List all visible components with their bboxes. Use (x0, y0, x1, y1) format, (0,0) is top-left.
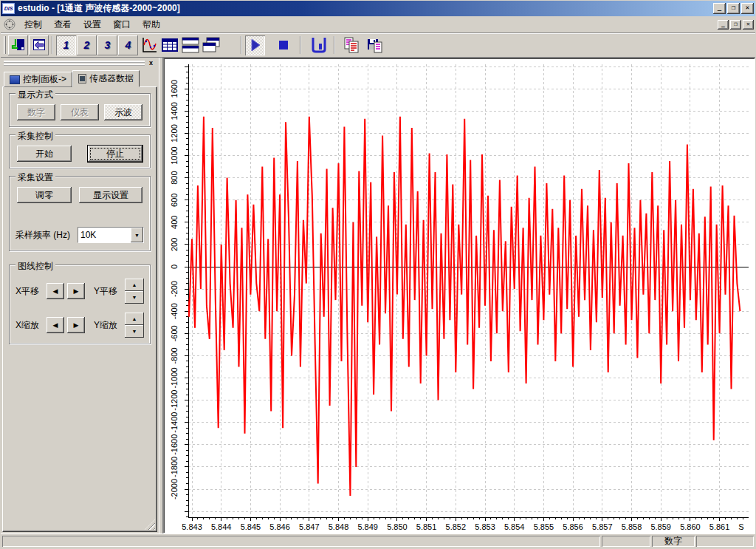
y-zoom-out-button[interactable]: ▼ (125, 325, 144, 338)
svg-text:5.847: 5.847 (299, 522, 320, 531)
tile-horizontal-button[interactable] (180, 35, 200, 55)
svg-text:1400: 1400 (170, 102, 179, 120)
tab-control-panel-label: 控制面板-> (23, 73, 66, 86)
tile-horizontal-icon (181, 36, 200, 54)
show-panel-icon (10, 37, 27, 53)
y-zoom-in-button[interactable]: ▲ (125, 313, 144, 325)
toolbar-separator (52, 36, 53, 54)
scope-mode-button[interactable]: 示波 (104, 104, 142, 120)
cascade-windows-icon (202, 36, 221, 54)
hide-panel-icon (31, 37, 47, 53)
channel-1-button[interactable]: 1 (56, 35, 76, 55)
svg-text:-2000: -2000 (170, 479, 179, 499)
control-dock-panel: x 控制面板-> 传感器数据 显示方式 数字 仪表 示 (1, 58, 159, 533)
x-zoom-in-button[interactable]: ▶ (67, 317, 85, 333)
y-pan-up-button[interactable]: ▲ (125, 279, 144, 291)
chart-area[interactable]: 16001400120010008006004002000-200-400-60… (163, 58, 755, 533)
x-zoom-label: X缩放 (16, 319, 47, 332)
channel-1-label: 1 (63, 39, 69, 51)
svg-text:0: 0 (170, 265, 179, 269)
start-acquisition-button[interactable] (245, 35, 265, 55)
stop-button[interactable]: 停止 (88, 146, 142, 162)
waveform-chart[interactable]: 16001400120010008006004002000-200-400-60… (164, 58, 755, 533)
menu-settings[interactable]: 设置 (78, 16, 107, 33)
child-close-button[interactable]: ✕ (743, 20, 754, 30)
group-acquisition-control-title: 采集控制 (16, 130, 55, 143)
group-acquisition-settings: 采集设置 调零 显示设置 采样频率 (Hz) 10K ▼ (9, 176, 151, 251)
app-icon[interactable]: DIS (2, 3, 15, 14)
hide-panel-button[interactable] (29, 35, 49, 55)
play-icon (248, 38, 263, 52)
start-button[interactable]: 开始 (17, 146, 72, 162)
svg-text:1200: 1200 (170, 124, 179, 142)
svg-text:5.849: 5.849 (357, 522, 378, 531)
waveform-icon (140, 36, 158, 54)
mdi-child-workspace: x 控制面板-> 传感器数据 显示方式 数字 仪表 示 (1, 58, 755, 533)
show-panel-button[interactable] (8, 35, 28, 55)
status-mode-pane: 数字 (652, 536, 695, 547)
svg-text:-600: -600 (170, 325, 179, 341)
child-window-icon[interactable] (4, 18, 16, 30)
channel-2-button[interactable]: 2 (77, 35, 97, 55)
sample-rate-select[interactable]: 10K ▼ (78, 227, 144, 243)
table-view-button[interactable] (159, 35, 179, 55)
record-button[interactable] (309, 35, 329, 55)
sample-rate-label: 采样频率 (Hz) (16, 229, 70, 242)
channel-3-label: 3 (105, 39, 111, 51)
menu-help[interactable]: 帮助 (137, 16, 166, 33)
dock-tabs: 控制面板-> 传感器数据 (2, 68, 157, 87)
panel-resize-grip[interactable] (145, 519, 155, 530)
group-curve-control: 图线控制 X平移 ◀ ▶ Y平移 ▲ ▼ X缩放 ◀ ▶ (9, 265, 151, 344)
tab-sensor-data[interactable]: 传感器数据 (72, 70, 140, 87)
stop-acquisition-button[interactable] (273, 35, 293, 55)
svg-text:5.859: 5.859 (650, 522, 671, 531)
copy-data-button[interactable] (341, 35, 361, 55)
zero-adjust-button[interactable]: 调零 (17, 187, 72, 203)
svg-text:400: 400 (170, 216, 179, 229)
x-pan-left-button[interactable]: ◀ (47, 283, 64, 299)
y-zoom-label: Y缩放 (94, 319, 125, 332)
status-main-pane (2, 536, 600, 547)
svg-text:5.857: 5.857 (592, 522, 613, 531)
menu-window[interactable]: 窗口 (107, 16, 137, 33)
svg-text:S: S (738, 522, 743, 531)
channel-4-button[interactable]: 4 (118, 35, 138, 55)
dock-drag-grip[interactable] (4, 61, 145, 66)
cascade-windows-button[interactable] (201, 35, 221, 55)
status-bar: 数字 (1, 533, 755, 548)
svg-text:-1200: -1200 (170, 390, 179, 411)
sample-rate-value: 10K (78, 228, 131, 242)
svg-text:600: 600 (170, 194, 179, 207)
restore-button[interactable]: ❐ (727, 3, 740, 14)
menu-view[interactable]: 查看 (48, 16, 78, 33)
child-restore-button[interactable]: ❐ (730, 20, 741, 30)
stop-icon (278, 39, 289, 51)
dock-close-icon[interactable]: x (146, 58, 156, 68)
toolbar-grip[interactable] (4, 36, 6, 54)
x-zoom-out-button[interactable]: ◀ (47, 317, 64, 333)
child-minimize-button[interactable]: _ (718, 20, 729, 30)
svg-text:-1400: -1400 (170, 412, 179, 433)
meter-mode-button: 仪表 (61, 104, 99, 120)
window-title: estudio - [1通道 声波传感器-2000~2000] (18, 2, 713, 15)
tab-control-panel[interactable]: 控制面板-> (4, 72, 72, 87)
svg-text:200: 200 (170, 238, 179, 251)
minimize-button[interactable]: _ (713, 3, 726, 14)
channel-3-button[interactable]: 3 (97, 35, 117, 55)
display-settings-button[interactable]: 显示设置 (79, 187, 142, 203)
svg-text:5.845: 5.845 (241, 522, 261, 531)
svg-text:5.850: 5.850 (387, 522, 408, 531)
svg-text:5.853: 5.853 (475, 522, 495, 531)
control-panel-icon (10, 75, 20, 84)
save-data-button[interactable] (365, 35, 385, 55)
x-pan-right-button[interactable]: ▶ (67, 283, 85, 299)
menu-control[interactable]: 控制 (18, 16, 48, 33)
x-pan-label: X平移 (16, 285, 47, 298)
waveform-view-button[interactable] (139, 35, 159, 55)
y-pan-spinner: ▲ ▼ (125, 279, 144, 304)
close-button[interactable]: ✕ (741, 3, 754, 14)
svg-text:5.855: 5.855 (534, 522, 554, 531)
svg-text:-1800: -1800 (170, 457, 179, 477)
chevron-down-icon[interactable]: ▼ (131, 228, 143, 242)
y-pan-down-button[interactable]: ▼ (125, 291, 144, 304)
